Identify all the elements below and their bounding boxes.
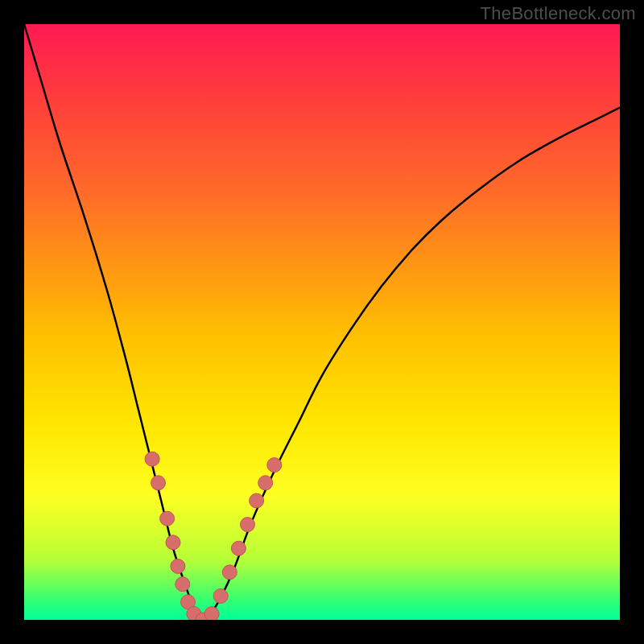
curve-marker — [166, 535, 180, 550]
curve-marker — [250, 493, 264, 508]
curve-marker — [241, 518, 255, 532]
chart-svg — [24, 24, 620, 620]
curve-marker — [204, 607, 219, 620]
plot-area — [24, 24, 620, 620]
curve-marker — [145, 452, 159, 466]
curve-marker — [160, 511, 175, 526]
bottleneck-curve — [24, 24, 620, 620]
watermark-text: TheBottleneck.com — [481, 3, 636, 24]
curve-marker — [151, 476, 166, 490]
curve-marker — [231, 541, 246, 555]
curve-marker — [175, 577, 190, 592]
curve-marker — [171, 559, 185, 573]
curve-marker — [213, 588, 228, 603]
chart-frame: TheBottleneck.com — [0, 0, 644, 644]
curve-marker — [222, 565, 237, 580]
curve-marker — [267, 458, 282, 473]
curve-marker — [258, 476, 273, 490]
marker-group — [145, 452, 282, 620]
